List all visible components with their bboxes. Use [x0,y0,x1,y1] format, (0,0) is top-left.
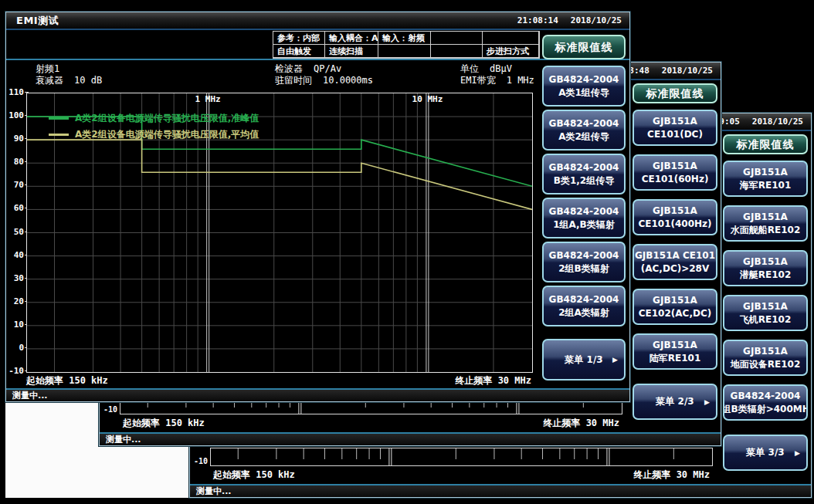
button-label-line: GJB151A [653,115,697,127]
limit-line-menu-header[interactable]: 标准限值线 [542,35,626,59]
decade-frequency-label: 10 MHz [412,94,443,104]
y-axis-tick-label: 70 [7,180,24,190]
settings-cell [431,45,483,58]
limit-line-button[interactable]: GJB151A水面舰船RE102 [723,205,808,242]
settings-cell: 输入：射频 [378,32,431,45]
y-axis-tick-label: 90 [7,134,24,144]
button-label-line: GJB151A [653,205,697,217]
limit-line-button[interactable]: GB4824-20041组A,B类辐射 [542,198,626,238]
trace-label: 射频1 [36,63,59,75]
limit-line-button[interactable]: GJB151A海军RE101 [723,161,808,197]
legend-label: A类2组设备电源端传导骚扰电压限值,准峰值 [75,112,259,125]
button-label-line: 1组A,B类辐射 [553,218,615,231]
window-emi-main: EMI测试 21:08:14 2018/10/25 参考：内部输入耦合：AC输入… [5,12,630,402]
frequency-axis-row: 起始频率 150 kHz 终止频率 30 MHz [120,417,622,430]
unit-info-group: 单位 dBμV EMI带宽 1 MHz [460,63,534,86]
limit-line-button[interactable]: GJB151A地面设备RE102 [723,340,808,376]
button-label-line: 2组B类辐射 [558,262,609,275]
window-titlebar[interactable]: EMI测试 21:08:14 2018/10/25 [6,12,629,30]
chart-grid-strip [210,448,713,466]
limit-line-menu-header[interactable]: 标准限值线 [633,83,717,103]
button-label-line: CE101(400Hz) [638,218,711,230]
softkey-menu-page2: 标准限值线GJB151ACE101(DC)GJB151ACE101(60Hz)G… [632,63,718,445]
status-bar: 测量中... [100,432,721,445]
y-axis-tick-label: 100 [7,110,24,120]
start-frequency-label: 起始频率 150 kHz [210,468,298,482]
rbw-label: EMI带宽 [460,75,496,86]
button-label-line: CE102(AC,DC) [639,307,711,320]
attenuator-label: 衰减器 [36,75,63,86]
button-label-line: GJB151A [743,255,788,268]
button-label-line: GJB151A CE101 [635,249,715,262]
limit-line-button[interactable]: GJB151ACE101(60Hz) [633,154,717,191]
limit-line-button[interactable]: GJB151A CE101(AC,DC)>28V [633,244,717,280]
button-label-line: CE101(60Hz) [642,173,709,185]
attenuator-value: 10 dB [74,75,102,86]
limit-line-chart: 1 MHz10 MHzA类2组设备电源端传导骚扰电压限值,准峰值A类2组设备电源… [26,93,533,373]
button-label-line: GJB151A [653,294,697,306]
button-label-line: 陆军RE101 [650,352,701,364]
limit-line-button[interactable]: GJB151A陆军RE101 [633,333,717,370]
legend-row: A类2组设备电源端传导骚扰电压限值,平均值 [49,128,259,141]
button-label-line: 地面设备RE102 [731,358,801,370]
stop-frequency-label: 终止频率 30 MHz [540,417,622,430]
unit-label: 单位 [460,63,479,75]
y-axis-tick-label: 30 [7,273,24,283]
limit-line-button[interactable]: GJB151ACE102(AC,DC) [633,289,717,325]
rbw-value: 1 MHz [507,75,534,86]
legend-line-swatch [49,134,69,136]
y-min-label: -10 [103,405,117,414]
legend: A类2组设备电源端传导骚扰电压限值,准峰值A类2组设备电源端传导骚扰电压限值,平… [49,112,259,141]
menu-header-label: 标准限值线 [646,86,704,101]
frequency-axis-row: 起始频率 150 kHz 终止频率 30 MHz [210,468,713,482]
settings-table: 参考：内部输入耦合：AC输入：射频自由触发连续扫描步进扫方式 [273,31,540,59]
limit-line-menu-header[interactable]: 标准限值线 [723,134,808,154]
y-axis-tick-label: 40 [7,250,24,260]
limit-line-button[interactable]: GB4824-20042组A类辐射 [542,286,626,326]
status-bar: 测量中... [190,484,811,497]
limit-line-button[interactable]: GB4824-20042组B类辐射>400MHz [723,384,808,421]
detector-info-group: 检波器 QP/Av 驻留时间 10.0000ms [275,63,373,86]
limit-line-button[interactable]: GJB151ACE101(DC) [633,110,717,146]
limit-line-button[interactable]: GJB151A飞机RE102 [723,295,808,331]
arrow-right-icon: ▶ [612,355,618,364]
y-axis-tick-label: 20 [7,296,24,306]
limit-line-button[interactable]: GB4824-2004B类1,2组传导 [542,154,626,194]
button-label-line: 海军RE101 [740,179,792,191]
detector-value: QP/Av [314,63,341,75]
settings-cell: 连续扫描 [325,45,378,58]
y-axis-tick-label: 80 [7,157,24,167]
trace-info-group: 射频1 衰减器 10 dB [36,63,102,86]
button-label-line: GJB151A [743,211,788,223]
settings-cell: 输入耦合：AC [325,32,378,45]
settings-cell: 参考：内部 [273,32,325,45]
dwell-value: 10.0000ms [323,75,373,86]
menu-header-label: 标准限值线 [555,40,613,55]
limit-line-button[interactable]: GJB151ACE101(400Hz) [633,199,717,235]
button-label-line: 潜艇RE102 [740,269,792,281]
legend-line-swatch [49,117,69,120]
decade-frequency-label: 1 MHz [195,94,221,104]
button-label-line: GB4824-2004 [549,293,619,306]
limit-line-button[interactable]: GJB151A潜艇RE102 [723,250,808,286]
softkey-menu-page1: 标准限值线GB4824-2004A类1组传导GB4824-2004A类2组传导G… [541,12,626,401]
button-label-line: 2组A类辐射 [558,306,609,319]
limit-line-button[interactable]: GB4824-2004A类1组传导 [542,66,626,107]
button-label-line: A类2组传导 [558,130,609,143]
stop-frequency-label: 终止频率 30 MHz [630,468,713,482]
menu-page-button[interactable]: 菜单 1/3▶ [542,339,626,381]
settings-cell [378,45,431,58]
button-label-line: 水面舰船RE102 [731,224,801,236]
status-bar: 测量中... [6,388,629,401]
limit-line-button[interactable]: GB4824-2004A类2组传导 [542,110,626,151]
button-label-line: GB4824-2004 [731,390,801,402]
y-axis-tick-label: 60 [7,203,24,213]
button-label-line: GB4824-2004 [549,117,619,130]
limit-line-button[interactable]: GB4824-20042组B类辐射 [542,242,626,282]
start-frequency-label: 起始频率 150 kHz [120,417,208,430]
button-label-line: GB4824-2004 [549,205,619,218]
button-label-line: GJB151A [743,166,788,178]
dwell-label: 驻留时间 [275,75,312,86]
menu-header-label: 标准限值线 [737,137,795,152]
button-label-line: 飞机RE102 [740,313,792,326]
